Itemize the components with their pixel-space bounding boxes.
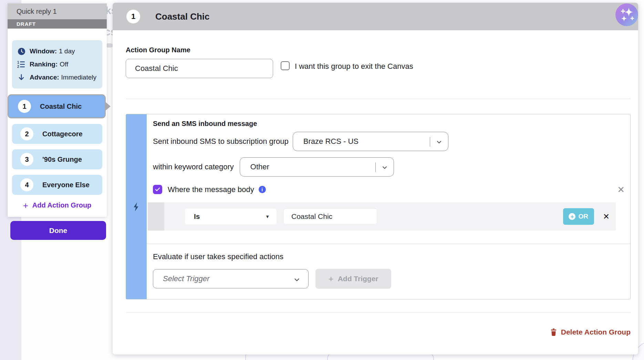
condition-row: Is ▼ + OR ✕ [148, 202, 616, 231]
lightning-bolt-icon [132, 202, 141, 212]
item-number-badge: 2 [20, 127, 33, 140]
add-trigger-label: Add Trigger [338, 275, 378, 283]
sms-section-heading: Send an SMS inbound message [153, 120, 621, 128]
dropdown-triangle-icon: ▼ [265, 214, 270, 219]
trigger-select[interactable]: Select Trigger [153, 269, 309, 288]
plus-icon: + [23, 202, 28, 209]
step-summary-box: Window: 1 day 12 Ranking: Off Advance: I… [12, 40, 102, 88]
item-number-badge: 1 [18, 100, 31, 113]
item-label: Everyone Else [42, 181, 90, 189]
arrow-down-icon [17, 73, 26, 82]
check-icon [155, 187, 160, 192]
trigger-placeholder: Select Trigger [153, 274, 209, 283]
exit-canvas-label: I want this group to exit the Canvas [295, 62, 413, 71]
ranking-value: Off [60, 61, 68, 68]
keyword-category-label: within keyword category [153, 162, 234, 171]
sidebar-item-everyone-else[interactable]: 4 Everyone Else [12, 175, 102, 195]
subscription-group-select[interactable]: Braze RCS - US [293, 132, 448, 151]
svg-text:2: 2 [17, 65, 19, 68]
page-title: Coastal Chic [155, 11, 210, 22]
subscription-group-label: Sent inbound SMS to subscription group [153, 137, 289, 146]
operator-select[interactable]: Is ▼ [185, 209, 277, 224]
item-number-badge: 3 [20, 153, 33, 166]
advance-label: Advance: [30, 74, 59, 81]
keyword-category-value: Other [240, 162, 269, 171]
advance-value: Immediately [61, 74, 96, 81]
item-number-badge: 4 [20, 178, 33, 191]
combobox-divider [430, 137, 430, 147]
section-divider [126, 99, 631, 99]
keyword-category-select[interactable]: Other [240, 157, 394, 177]
exit-canvas-checkbox[interactable] [281, 61, 290, 70]
summary-ranking-row: 12 Ranking: Off [17, 58, 97, 71]
item-label: '90s Grunge [42, 156, 82, 163]
combobox-divider [375, 162, 376, 172]
item-label: Cottagecore [42, 130, 83, 138]
subscription-group-value: Braze RCS - US [293, 137, 359, 146]
summary-advance-row: Advance: Immediately [17, 71, 97, 84]
delete-condition-icon[interactable]: ✕ [603, 213, 610, 221]
action-group-name-input[interactable] [126, 59, 273, 78]
ai-sparkle-button[interactable] [615, 3, 639, 27]
item-label: Coastal Chic [40, 103, 82, 110]
add-or-condition-button[interactable]: + OR [563, 208, 594, 225]
sidebar-title: Quick reply 1 [8, 3, 107, 19]
trash-icon [550, 328, 557, 336]
remove-condition-group-icon[interactable]: ✕ [617, 185, 625, 194]
chevron-down-icon [436, 139, 443, 147]
window-value: 1 day [59, 47, 75, 55]
quick-reply-sidebar: Quick reply 1 DRAFT Window: 1 day 12 Ran… [8, 3, 107, 217]
sidebar-item-cottagecore[interactable]: 2 Cottagecore [12, 124, 102, 144]
message-body-checkbox[interactable] [153, 185, 162, 194]
svg-text:1: 1 [17, 61, 19, 64]
condition-value-input[interactable] [283, 209, 377, 224]
action-group-editor-panel: 1 Coastal Chic Action Group Name I want … [113, 3, 638, 354]
info-icon[interactable]: i [259, 186, 266, 193]
evaluate-divider [147, 244, 630, 244]
add-action-group-label: Add Action Group [32, 201, 91, 209]
or-label: OR [578, 213, 588, 220]
plus-icon: + [328, 274, 333, 284]
action-group-name-label: Action Group Name [126, 46, 631, 54]
add-trigger-button[interactable]: + Add Trigger [315, 269, 391, 289]
step-number-badge: 1 [126, 10, 140, 23]
chevron-down-icon [381, 164, 388, 172]
footer-divider [126, 313, 631, 313]
trigger-accent-strip [126, 114, 147, 299]
clock-icon [17, 47, 26, 55]
ranking-label: Ranking: [30, 61, 58, 68]
status-badge: DRAFT [8, 19, 107, 29]
evaluate-label: Evaluate if user takes specified actions [153, 252, 621, 261]
sidebar-item-90s-grunge[interactable]: 3 '90s Grunge [12, 149, 102, 169]
sidebar-item-coastal-chic[interactable]: 1 Coastal Chic [8, 94, 106, 118]
add-action-group-button[interactable]: + Add Action Group [12, 201, 102, 209]
done-button[interactable]: Done [10, 221, 106, 240]
operator-value: Is [194, 212, 200, 221]
summary-window-row: Window: 1 day [17, 45, 97, 58]
delete-action-group-button[interactable]: Delete Action Group [126, 328, 631, 336]
plus-circle-icon: + [569, 213, 575, 220]
drag-handle[interactable] [148, 202, 164, 231]
window-label: Window: [30, 47, 57, 55]
message-body-label: Where the message body [168, 185, 254, 194]
chevron-down-icon [293, 276, 301, 285]
action-group-header: 1 Coastal Chic [113, 3, 638, 30]
numbered-list-icon: 12 [17, 60, 26, 68]
sms-trigger-section: Send an SMS inbound message Sent inbound… [126, 114, 631, 299]
delete-action-group-label: Delete Action Group [561, 328, 631, 336]
